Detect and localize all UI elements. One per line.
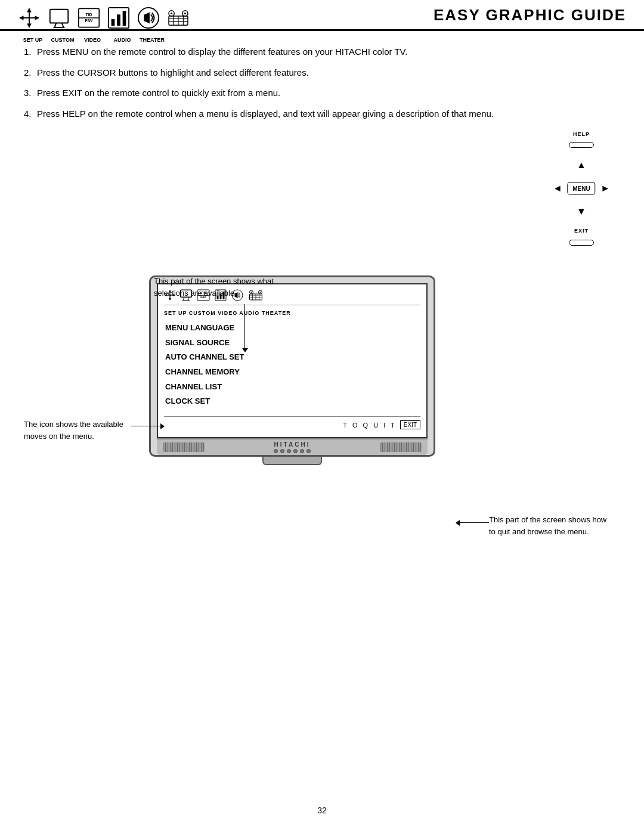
tv-button-1 [274, 449, 278, 453]
custom-icon [48, 7, 70, 29]
quit-text: T O Q U I T [343, 422, 396, 429]
dpad-left-arrow: ◄ [553, 183, 562, 194]
top-annotation-arrow-line [244, 304, 245, 349]
audio-icon-group [137, 7, 160, 29]
video-icon-group [107, 7, 130, 29]
tidfav-icon-group: TID FAV [78, 7, 100, 29]
main-content: 1. Press MENU on the remote control to d… [0, 31, 644, 479]
custom-label: CUSTOM [48, 37, 78, 43]
svg-text:FAV: FAV [85, 18, 93, 22]
svg-rect-16 [117, 14, 120, 26]
svg-marker-3 [27, 23, 32, 28]
menu-item-1: SIGNAL SOURCE [165, 336, 420, 351]
tv-button-4 [293, 449, 298, 453]
menu-item-3: CHANNEL MEMORY [165, 365, 420, 380]
svg-rect-15 [112, 18, 115, 25]
tv-stand [262, 457, 322, 465]
menu-item-0: MENU LANGUAGE [165, 321, 420, 336]
dpad-down-arrow: ▼ [577, 206, 586, 217]
setup-icon-group [18, 7, 41, 29]
dpad: ▲ ◄ MENU ► ▼ [552, 159, 611, 218]
tv-brand-label: HITACHI [274, 441, 311, 448]
tv-button-6 [306, 449, 311, 453]
theater-label: THEATER [137, 37, 167, 43]
help-button-label: HELP [573, 131, 590, 137]
help-button [569, 142, 594, 148]
tv-buttons-row [274, 449, 311, 453]
instruction-1-num: 1. [24, 45, 37, 59]
dpad-up-arrow: ▲ [577, 160, 586, 171]
tv-quit-bar: T O Q U I T EXIT [164, 416, 420, 429]
exit-box: EXIT [400, 420, 420, 429]
instruction-2-text: Press the CURSOR buttons to highlight an… [37, 66, 620, 80]
instruction-4-text: Press HELP on the remote control when a … [37, 107, 620, 121]
setup-label: SET UP [18, 37, 48, 43]
menu-item-2: AUTO CHANNEL SET [165, 350, 420, 365]
tv-right-annotation-line2: to quit and browse the menu. [489, 526, 608, 538]
left-annotation-arrowhead [160, 423, 165, 429]
svg-text:TID: TID [85, 12, 92, 16]
dpad-right-arrow: ► [600, 183, 610, 194]
instructions-list: 1. Press MENU on the remote control to d… [24, 45, 620, 120]
tv-button-2 [280, 449, 284, 453]
tv-button-5 [300, 449, 304, 453]
instruction-1: 1. Press MENU on the remote control to d… [24, 45, 620, 59]
menu-button: MENU [567, 182, 595, 195]
top-annotation-arrowhead [242, 348, 248, 352]
instruction-4-num: 4. [24, 107, 37, 121]
exit-button-label: EXIT [574, 228, 589, 234]
tv-button-3 [287, 449, 291, 453]
instruction-3-num: 3. [24, 86, 37, 100]
tv-base-bar: HITACHI [157, 438, 428, 455]
instruction-1-text: Press MENU on the remote control to disp… [37, 45, 620, 59]
svg-rect-17 [123, 11, 126, 26]
instruction-2: 2. Press the CURSOR buttons to highlight… [24, 66, 620, 80]
audio-icon [137, 7, 160, 29]
tv-left-annotation-line2: moves on the menu. [24, 431, 131, 442]
instruction-3: 3. Press EXIT on the remote control to q… [24, 86, 620, 100]
page-header: TID FAV [0, 0, 644, 31]
svg-point-24 [184, 12, 186, 14]
svg-marker-2 [27, 7, 32, 12]
video-label: VIDEO [78, 37, 107, 43]
svg-marker-4 [19, 16, 24, 20]
svg-point-22 [171, 12, 172, 14]
svg-rect-6 [50, 9, 68, 23]
tv-left-annotation-line1: The icon shows the available [24, 419, 131, 431]
tv-screen: TID FAV [157, 283, 428, 438]
right-annotation-arrowhead [456, 520, 460, 526]
tv-top-annotation: This part of the screen shows what selec… [154, 275, 274, 299]
svg-marker-5 [35, 16, 40, 20]
right-annotation-line [459, 522, 489, 523]
exit-button [569, 240, 594, 246]
video-icon [107, 7, 130, 29]
tv-right-annotation: This part of the screen shows how to qui… [489, 514, 608, 537]
tv-brand-area: HITACHI [274, 441, 311, 453]
tv-screen-menu-labels: SET UP CUSTOM VIDEO AUDIO THEATER [164, 310, 420, 316]
instruction-2-num: 2. [24, 66, 37, 80]
tidfav-icon: TID FAV [78, 7, 100, 29]
header-icon-area: TID FAV [18, 7, 190, 29]
menu-item-5: CLOCK SET [165, 394, 420, 409]
tv-section: This part of the screen shows what selec… [24, 275, 620, 465]
instruction-3-text: Press EXIT on the remote control to quic… [37, 86, 620, 100]
page-number: 32 [317, 806, 327, 815]
custom-icon-group [48, 7, 70, 29]
tv-annotation-top-text: This part of the screen shows what selec… [154, 277, 274, 298]
instruction-4: 4. Press HELP on the remote control when… [24, 107, 620, 121]
svg-line-8 [62, 23, 64, 27]
tv-frame: TID FAV [149, 275, 435, 465]
tv-left-annotation: The icon shows the available moves on th… [24, 419, 131, 442]
theater-icon-group [167, 7, 190, 29]
tv-left-grill [163, 442, 205, 452]
theater-icon [167, 7, 190, 29]
svg-rect-20 [144, 14, 146, 21]
page-title: EASY GRAPHIC GUIDE [434, 6, 626, 29]
menu-item-4: CHANNEL LIST [165, 380, 420, 395]
remote-diagram: HELP ▲ ◄ MENU ► ▼ EXIT [552, 131, 611, 246]
tv-menu-items-list: MENU LANGUAGE SIGNAL SOURCE AUTO CHANNEL… [164, 321, 420, 409]
header-icon-labels: SET UP CUSTOM VIDEO AUDIO THEATER [18, 37, 167, 43]
tv-right-annotation-line1: This part of the screen shows how [489, 514, 608, 526]
svg-line-7 [54, 23, 56, 27]
tv-casing: TID FAV [149, 275, 435, 457]
